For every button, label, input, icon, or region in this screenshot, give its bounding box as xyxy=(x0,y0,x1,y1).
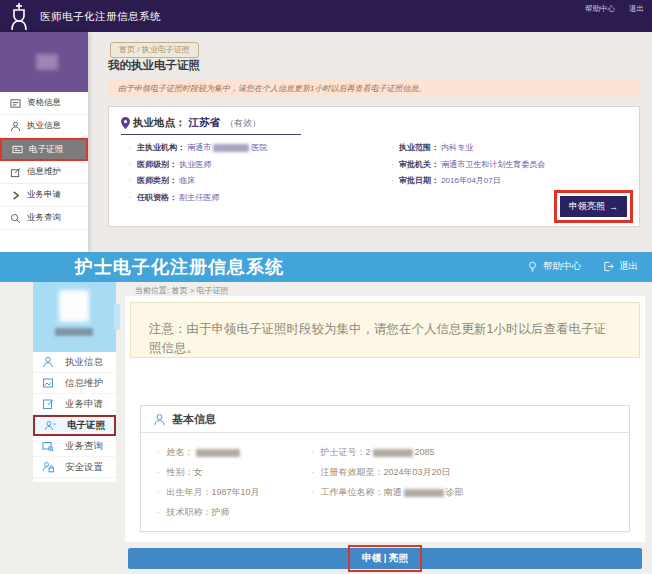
sidebar-item-electronic-certificate[interactable]: 电子证照 xyxy=(0,138,88,161)
field-value: 内科专业 xyxy=(441,143,473,152)
sidebar-item-label: 安全设置 xyxy=(65,461,103,474)
sidebar-item-label: 资格信息 xyxy=(27,97,61,109)
physician-avatar xyxy=(0,32,88,92)
apply-certificate-button[interactable]: 申领 | 亮照 xyxy=(128,548,642,569)
field-value: 2016年04月07日 xyxy=(441,176,501,185)
field-label: 护士证号： xyxy=(321,447,366,457)
sidebar-item-info-maintenance[interactable]: 信息维护 xyxy=(33,373,116,394)
logout-link[interactable]: 退出 xyxy=(629,4,644,14)
help-center-link[interactable]: 帮助中心 xyxy=(585,4,615,14)
certificate-icon xyxy=(12,144,23,155)
field-label: 出生年月： xyxy=(167,487,212,497)
basic-info-card: 基本信息 姓名： 性别：女 出生年月：1987年10月 技术职称：护师 xyxy=(140,405,630,532)
sidebar-item-label: 业务查询 xyxy=(65,440,103,453)
redacted-text xyxy=(213,144,249,152)
sidebar-item-label: 业务申请 xyxy=(27,189,61,201)
location-label: 执业地点： xyxy=(133,116,186,130)
sidebar-item-label: 信息维护 xyxy=(27,166,61,178)
detail-column-left: 姓名： 性别：女 出生年月：1987年10月 技术职称：护师 xyxy=(157,442,260,522)
lock-user-icon xyxy=(42,461,54,473)
app-title: 医师电子化注册信息系统 xyxy=(40,0,161,32)
id-badge-icon xyxy=(44,420,56,432)
avatar-photo-redacted xyxy=(36,54,58,70)
redacted-text xyxy=(373,449,413,457)
field-label: 审批机关： xyxy=(399,160,439,169)
redacted-text xyxy=(196,449,240,457)
sidebar-item-business-query[interactable]: 业务查询 xyxy=(33,436,116,457)
apply-button-label: 申领亮照 xyxy=(569,200,605,213)
sidebar-item-security-settings[interactable]: 安全设置 xyxy=(33,457,116,478)
field-label: 审批日期： xyxy=(399,176,439,185)
notice-banner: 注意：由于申领电子证照时段较为集中，请您在个人信息更新1小时以后查看电子证照信息… xyxy=(130,302,640,358)
field-value: 2024年03月20日 xyxy=(384,467,451,477)
header-links: 帮助中心 退出 xyxy=(527,260,638,273)
field-value: 女 xyxy=(194,467,203,477)
field-label: 任职资格： xyxy=(137,193,177,202)
field-valid-until: 注册有效期至：2024年03月20日 xyxy=(311,462,464,482)
field-doctor-level: 医师级别： 执业医师 xyxy=(129,157,267,174)
sidebar-item-label: 业务申请 xyxy=(65,398,103,411)
physician-system-section: 医师电子化注册信息系统 帮助中心 退出 资格信息 执业信息 电子证照 xyxy=(0,0,652,252)
breadcrumb[interactable]: 当前位置: 首页 > 电子证照 xyxy=(135,285,229,296)
field-work-unit: 工作单位名称：南通诊部 xyxy=(311,482,464,502)
apply-certificate-button[interactable]: 申领亮照 → xyxy=(560,196,627,217)
avatar-photo-redacted xyxy=(59,290,89,322)
sidebar-item-business-application[interactable]: 业务申请 xyxy=(0,184,88,207)
logout-link[interactable]: 退出 xyxy=(603,260,638,273)
person-icon xyxy=(153,413,166,426)
field-approval-authority: 审批机关： 南通市卫生和计划生育委员会 xyxy=(391,157,545,174)
sidebar-item-info-maintenance[interactable]: 信息维护 xyxy=(0,161,88,184)
nurse-header: 护士电子化注册信息系统 帮助中心 退出 xyxy=(0,252,652,282)
header-links: 帮助中心 退出 xyxy=(585,4,644,14)
image-icon xyxy=(42,377,54,389)
field-value: 执业医师 xyxy=(179,160,211,169)
help-center-link[interactable]: 帮助中心 xyxy=(527,260,581,273)
field-value: 南通市医院 xyxy=(187,143,267,152)
sidebar-collapse-handle[interactable] xyxy=(114,304,120,330)
logout-icon xyxy=(603,261,614,272)
sidebar-item-label: 业务查询 xyxy=(27,212,61,224)
redacted-text xyxy=(404,489,444,497)
user-icon xyxy=(10,121,21,132)
physician-menu: 资格信息 执业信息 电子证照 信息维护 业务申请 xyxy=(0,92,88,230)
nurse-content-panel: 注意：由于申领电子证照时段较为集中，请您在个人信息更新1小时以后查看电子证照信息… xyxy=(125,296,645,542)
sidebar-item-practice-info[interactable]: 执业信息 xyxy=(0,115,88,138)
field-label: 姓名： xyxy=(167,447,194,457)
field-value: 副主任医师 xyxy=(179,193,219,202)
field-value: 南通市卫生和计划生育委员会 xyxy=(441,160,545,169)
sidebar-item-label: 执业信息 xyxy=(27,120,61,132)
field-cert-number: 护士证号：22085 xyxy=(311,442,464,462)
location-value: 江苏省 xyxy=(189,116,221,130)
field-label: 主执业机构： xyxy=(137,143,185,152)
field-label: 性别： xyxy=(167,467,194,477)
avatar-name-redacted xyxy=(55,328,93,336)
field-value: 1987年10月 xyxy=(212,487,260,497)
practice-location-heading: 执业地点： 江苏省 （有效） xyxy=(121,116,301,135)
sidebar-item-practice-info[interactable]: 执业信息 xyxy=(33,352,116,373)
sidebar-item-electronic-certificate[interactable]: 电子证照 xyxy=(33,415,116,436)
sidebar-item-business-application[interactable]: 业务申请 xyxy=(33,394,116,415)
field-technical-title: 技术职称：护师 xyxy=(157,502,260,522)
sidebar-item-label: 信息维护 xyxy=(65,377,103,390)
physician-sidebar: 资格信息 执业信息 电子证照 信息维护 业务申请 xyxy=(0,32,88,252)
sidebar-item-label: 电子证照 xyxy=(67,419,105,432)
breadcrumb[interactable]: 首页 / 执业电子证照 xyxy=(110,42,199,58)
field-value: 22085 xyxy=(366,447,435,457)
screenshot-root: 医师电子化注册信息系统 帮助中心 退出 资格信息 执业信息 电子证照 xyxy=(0,0,652,574)
field-value: 护师 xyxy=(212,507,230,517)
field-qualification: 任职资格： 副主任医师 xyxy=(129,190,267,207)
sidebar-item-qualification-info[interactable]: 资格信息 xyxy=(0,92,88,115)
field-birth: 出生年月：1987年10月 xyxy=(157,482,260,502)
notice-banner: 由于申领电子证照时段较为集中，请您在个人信息更新1小时以后再查看电子证照信息。 xyxy=(108,79,640,98)
field-approval-date: 审批日期： 2016年04月07日 xyxy=(391,173,545,190)
arrow-right-icon: → xyxy=(609,202,618,212)
field-value: 临床 xyxy=(179,176,195,185)
id-card-icon xyxy=(10,98,21,109)
location-pin-icon xyxy=(121,117,130,129)
detail-column-left: 主执业机构： 南通市医院 医师级别： 执业医师 医师类别： 临床 任职资格： 副… xyxy=(129,140,267,206)
sidebar-item-business-query[interactable]: 业务查询 xyxy=(0,207,88,230)
field-value: 南通诊部 xyxy=(384,487,464,497)
detail-column-right: 执业范围： 内科专业 审批机关： 南通市卫生和计划生育委员会 审批日期： 201… xyxy=(391,140,545,190)
physician-logo-icon xyxy=(4,1,34,32)
field-label: 注册有效期至： xyxy=(321,467,384,477)
